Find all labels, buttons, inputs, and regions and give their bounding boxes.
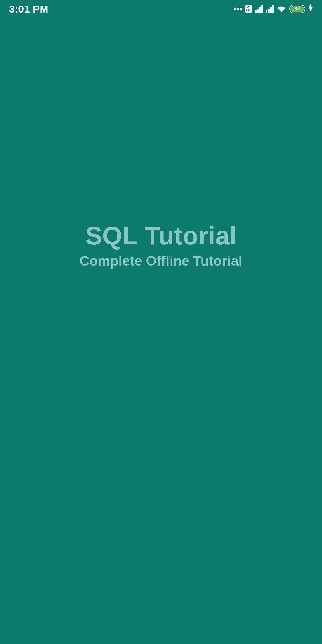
status-bar: 3:01 PM Vo LTE 83 [0,0,322,18]
splash-screen: SQL Tutorial Complete Offline Tutorial [0,221,322,269]
status-icons: Vo LTE 83 [234,4,313,14]
battery-level: 83 [295,6,300,12]
status-time: 3:01 PM [9,3,48,15]
volte-icon: Vo LTE [245,5,252,13]
charging-icon [308,4,313,14]
battery-icon: 83 [289,5,305,13]
app-title: SQL Tutorial [0,221,322,250]
app-subtitle: Complete Offline Tutorial [0,253,322,269]
wifi-icon [277,5,286,13]
signal-icon [255,5,263,13]
signal-icon-2 [266,5,274,13]
more-dots-icon [234,8,242,10]
